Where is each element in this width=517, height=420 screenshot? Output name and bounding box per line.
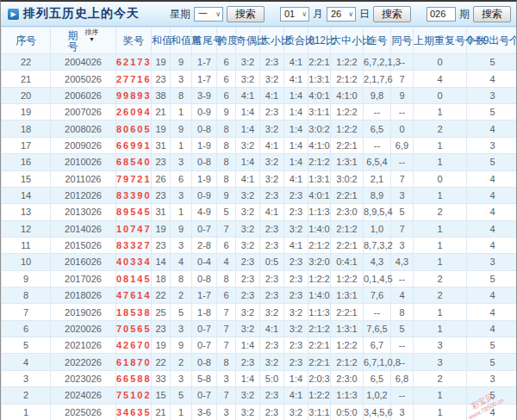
cell-first-last: 0-7 xyxy=(192,220,217,237)
header-consecutive: 连号 xyxy=(364,28,391,54)
table-row: 32023026665883335-831:45:01:42:0:32:3:06… xyxy=(2,370,517,386)
cell-big-mid-small-ratio: 1:2:2 xyxy=(331,120,364,137)
cell-odd-even-ratio: 3:2 xyxy=(236,404,260,420)
cell-prize: 75102 xyxy=(116,387,152,404)
cell-prize: 99893 xyxy=(116,87,152,103)
issue-input[interactable] xyxy=(427,7,456,22)
cell-index: 15 xyxy=(2,170,51,187)
cell-prize: 89545 xyxy=(116,204,152,220)
cell-first-last: 5-8 xyxy=(192,370,217,386)
header-index: 序号 xyxy=(2,28,51,54)
cell-prev-repeat-count: 4 xyxy=(414,71,467,87)
cell-issue: 2025026 xyxy=(51,404,116,420)
cell-sum: 23 xyxy=(152,187,171,203)
cell-odd-even-ratio: 1:4 xyxy=(236,104,260,120)
cell-prev-repeat-count: 1 xyxy=(414,387,467,404)
cell-digit-count: 5 xyxy=(467,354,517,370)
table-row: 122014026107471990-773:22:33:21:4:02:1:2… xyxy=(2,220,517,237)
table-row: 12025026346352113-633:22:33:23:1:10:5:03… xyxy=(2,404,517,420)
cell-big-small-ratio: 4:1 xyxy=(260,320,284,337)
cell-prize: 08145 xyxy=(116,270,152,287)
cell-digit-count: 5 xyxy=(467,337,517,354)
cell-first-last: 0-7 xyxy=(192,320,217,337)
title-bar: ▶ 排列五历史上的今天 星期 一 ∨ 搜索 01 ∨ 月 26 ∨ 日 搜索 期… xyxy=(1,2,516,27)
cell-prev-repeat-count: 2 xyxy=(414,120,467,137)
cell-prize: 62173 xyxy=(116,54,152,71)
cell-span: 8 xyxy=(217,137,236,153)
cell-big-mid-small-ratio: 2:3:0 xyxy=(331,204,364,220)
header-issue: 期号 排序 ▼ xyxy=(51,28,116,54)
cell-prize: 27716 xyxy=(116,71,152,87)
sort-control[interactable]: 排序 ▼ xyxy=(85,29,99,43)
week-select-value: 一 xyxy=(198,8,208,21)
table-row: 162010026685402330-881:43:21:42:1:21:3:1… xyxy=(2,154,517,170)
cell-digit-count: 5 xyxy=(467,270,517,287)
cell-prize: 80605 xyxy=(116,120,152,137)
cell-consecutive: 2,1,7,6 xyxy=(364,71,391,87)
cell-zero-one-two-ratio: 2:1:2 xyxy=(308,320,331,337)
day-select[interactable]: 26 ∨ xyxy=(327,7,356,22)
cell-digit-count: 5 xyxy=(467,104,517,120)
week-search-button[interactable]: 搜索 xyxy=(227,6,265,22)
week-select[interactable]: 一 ∨ xyxy=(194,7,223,22)
cell-same-number: 8 xyxy=(391,304,414,320)
cell-odd-even-ratio: 4:1 xyxy=(236,87,260,103)
cell-index: 9 xyxy=(2,270,51,287)
day-label: 日 xyxy=(359,7,370,22)
cell-same-number: -- xyxy=(391,104,414,120)
cell-digit-count: 4 xyxy=(467,187,517,203)
cell-big-small-ratio: 5:0 xyxy=(260,370,284,386)
cell-sum: 38 xyxy=(152,87,171,103)
cell-prime-composite-ratio: 1:4 xyxy=(284,120,308,137)
issue-search-button[interactable]: 搜索 xyxy=(473,6,511,22)
cell-prize: 79721 xyxy=(116,170,152,187)
cell-span: 9 xyxy=(217,104,236,120)
date-search-button[interactable]: 搜索 xyxy=(373,6,411,22)
cell-digit-count: 4 xyxy=(467,120,517,137)
cell-prev-repeat-count: 1 xyxy=(414,137,467,153)
cell-span: 7 xyxy=(217,320,236,337)
cell-consecutive: 0,1,4,5 xyxy=(364,270,391,287)
cell-big-mid-small-ratio: 1:2:2 xyxy=(331,270,364,287)
cell-sum-tail: 9 xyxy=(171,120,192,137)
cell-prize: 66991 xyxy=(116,137,152,153)
cell-zero-one-two-ratio: 2:2:1 xyxy=(308,337,331,354)
cell-odd-even-ratio: 1:4 xyxy=(236,120,260,137)
cell-odd-even-ratio: 2:3 xyxy=(236,254,260,270)
cell-span: 7 xyxy=(217,304,236,320)
cell-big-mid-small-ratio: 3:0:2 xyxy=(331,170,364,187)
month-select[interactable]: 01 ∨ xyxy=(280,7,309,22)
toolbar: 星期 一 ∨ 搜索 01 ∨ 月 26 ∨ 日 搜索 期 搜索 xyxy=(170,6,511,22)
cell-odd-even-ratio: 3:2 xyxy=(236,137,260,153)
table-row: 62020026705652330-773:24:13:22:1:21:3:17… xyxy=(2,320,517,337)
cell-prize: 34635 xyxy=(116,404,152,420)
cell-prev-repeat-count: 0 xyxy=(414,54,467,71)
header-prize: 奖号 xyxy=(116,28,152,54)
cell-span: 3 xyxy=(217,370,236,386)
cell-prime-composite-ratio: 2:3 xyxy=(284,287,308,304)
cell-big-small-ratio: 2:3 xyxy=(260,287,284,304)
cell-issue: 2012026 xyxy=(51,187,116,203)
cell-first-last: 1-7 xyxy=(192,287,217,304)
cell-same-number: -- xyxy=(391,337,414,354)
cell-first-last: 0-8 xyxy=(192,154,217,170)
cell-prime-composite-ratio: 4:1 xyxy=(284,170,308,187)
cell-sum: 21 xyxy=(152,404,171,420)
header-sum: 和值 xyxy=(152,28,171,54)
cell-consecutive: 6,7,1,0,8 xyxy=(364,354,391,370)
cell-big-mid-small-ratio: 2:1:2 xyxy=(331,220,364,237)
cell-big-small-ratio: 2:3 xyxy=(260,270,284,287)
cell-sum: 19 xyxy=(152,337,171,354)
cell-index: 5 xyxy=(2,337,51,354)
cell-consecutive: 2,1 xyxy=(364,170,391,187)
cell-odd-even-ratio: 3:2 xyxy=(236,320,260,337)
cell-zero-one-two-ratio: 4:0:1 xyxy=(308,87,331,103)
cell-big-mid-small-ratio: 1:3:1 xyxy=(331,287,364,304)
chevron-down-icon: ∨ xyxy=(348,10,353,18)
cell-same-number: 4 xyxy=(391,287,414,304)
cell-zero-one-two-ratio: 3:1:1 xyxy=(308,404,331,420)
cell-digit-count: 5 xyxy=(467,387,517,404)
cell-consecutive: -- xyxy=(364,137,391,153)
cell-span: 7 xyxy=(217,220,236,237)
header-issue-label: 期号 xyxy=(68,30,78,52)
